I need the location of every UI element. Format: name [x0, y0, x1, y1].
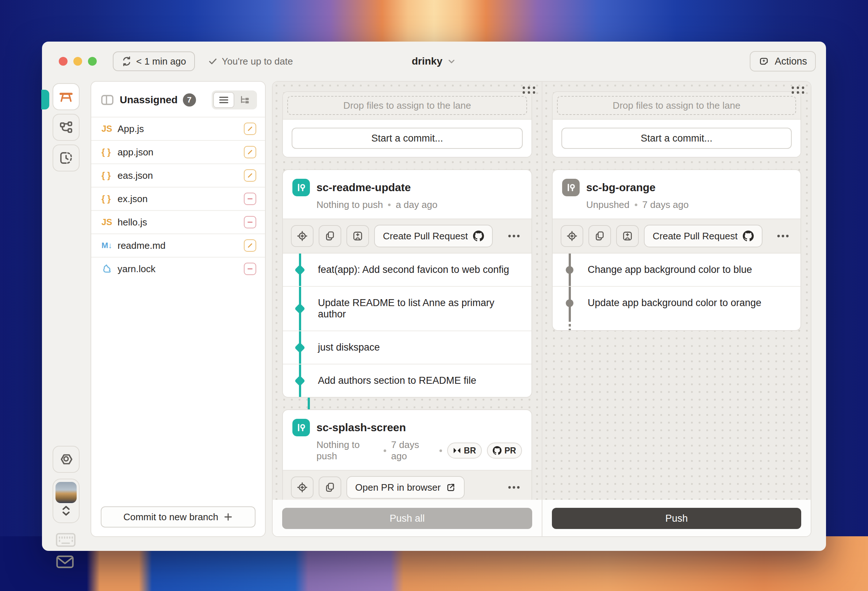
branch-header[interactable]: sc-readme-update Nothing to push a day a… — [283, 170, 531, 218]
br-badge-label: BR — [464, 446, 476, 455]
branch-connector-line — [308, 398, 310, 409]
commit-marker — [566, 266, 573, 274]
branch-menu-button[interactable] — [505, 482, 523, 492]
lane-drag-handle[interactable] — [521, 85, 537, 95]
gear-icon — [59, 452, 73, 467]
assign-target-button[interactable] — [561, 225, 583, 247]
lane-2-drop-card: Drop files to assign to the lane Start a… — [552, 91, 801, 158]
file-name: app.json — [118, 147, 153, 158]
traffic-lights — [59, 57, 97, 66]
left-rail — [42, 81, 90, 551]
unassigned-panel: Unassigned 7 — [90, 81, 266, 537]
copy-branch-button[interactable] — [319, 476, 341, 498]
commit-to-new-branch-button[interactable]: Commit to new branch — [101, 506, 255, 528]
commit-row[interactable]: Update README to list Anne as primary au… — [283, 286, 531, 330]
commit-list: feat(app): Add second favicon to web con… — [283, 253, 531, 397]
settings-button[interactable] — [53, 446, 80, 473]
workspace-tab[interactable] — [53, 83, 80, 110]
copy-branch-button[interactable] — [319, 225, 341, 247]
push-status: Nothing to push — [316, 439, 378, 462]
modified-status-icon — [244, 146, 256, 158]
open-pr-in-browser-button[interactable]: Open PR in browser — [346, 476, 465, 499]
branch-name: sc-bg-orange — [586, 179, 689, 196]
virtual-branch-icon — [562, 179, 580, 196]
drop-zone[interactable]: Drop files to assign to the lane — [557, 96, 796, 115]
branch-name: sc-splash-screen — [316, 419, 522, 436]
commit-message: feat(app): Add second favicon to web con… — [318, 264, 509, 275]
lane-2-footer: Push — [542, 500, 811, 536]
sync-button[interactable]: < 1 min ago — [113, 52, 195, 71]
branch-menu-button[interactable] — [505, 231, 523, 241]
actions-button[interactable]: Actions — [750, 51, 816, 72]
create-pr-label: Create Pull Request — [652, 231, 738, 242]
plus-icon — [223, 512, 233, 522]
lanes-container: Drop files to assign to the lane Start a… — [272, 81, 812, 537]
check-icon — [208, 56, 217, 66]
file-row-readme-md[interactable]: M↓ readme.md — [91, 233, 265, 257]
file-row-app-json[interactable]: { } app.json — [91, 140, 265, 164]
json-file-icon: { } — [102, 194, 118, 204]
modified-status-icon — [244, 122, 256, 135]
branch-card-sc-splash-screen: sc-splash-screen Nothing to push 7 days … — [282, 409, 532, 500]
commit-row[interactable]: Change app background color to blue — [553, 253, 800, 286]
branches-tab[interactable] — [53, 114, 80, 141]
lane-2-content: Drop files to assign to the lane Start a… — [542, 82, 811, 500]
external-link-icon — [446, 482, 456, 492]
modified-status-icon — [244, 239, 256, 252]
branch-actions: Create Pull Request — [553, 218, 800, 253]
tree-view-toggle[interactable] — [234, 92, 255, 108]
branch-badge-pr[interactable]: PR — [487, 442, 522, 458]
copy-branch-button[interactable] — [588, 225, 611, 247]
lane-drag-handle[interactable] — [790, 85, 806, 95]
assign-target-button[interactable] — [291, 476, 313, 498]
start-commit-button[interactable]: Start a commit... — [292, 128, 523, 149]
up-to-date-label: You're up to date — [222, 56, 293, 67]
commit-message: Change app background color to blue — [588, 264, 752, 275]
add-dependent-branch-button[interactable] — [346, 225, 369, 247]
actions-label: Actions — [775, 56, 807, 67]
branch-badge-br[interactable]: BR — [447, 442, 482, 458]
profile-switcher[interactable] — [53, 479, 80, 523]
lane-1-footer: Push all — [273, 500, 542, 536]
feedback-button[interactable] — [56, 554, 74, 570]
commit-row[interactable]: just diskspace — [283, 330, 531, 364]
workbench-icon — [58, 89, 74, 104]
deleted-status-icon — [244, 193, 256, 205]
keyboard-icon — [56, 533, 76, 547]
branch-menu-button[interactable] — [774, 231, 793, 241]
commit-row[interactable]: feat(app): Add second favicon to web con… — [283, 253, 531, 286]
separator-dot — [440, 450, 442, 452]
commit-message: just diskspace — [318, 342, 380, 353]
commit-row[interactable]: Add authors section to README file — [283, 364, 531, 397]
project-switcher[interactable]: drinky — [412, 56, 456, 67]
file-row-hello-js[interactable]: JS hello.js — [91, 210, 265, 233]
history-tab[interactable] — [53, 144, 80, 171]
push-status: Nothing to push — [316, 199, 383, 211]
list-view-toggle[interactable] — [213, 92, 234, 108]
desktop-wallpaper: < 1 min ago You're up to date drinky — [0, 0, 868, 591]
commit-message: Update README to list Anne as primary au… — [318, 297, 494, 320]
push-all-button[interactable]: Push all — [282, 508, 532, 529]
push-button[interactable]: Push — [552, 508, 801, 529]
drawer-handle-tab[interactable] — [41, 90, 49, 109]
file-row-yarn-lock[interactable]: yarn.lock — [91, 257, 265, 280]
commit-row[interactable]: Update app background color to orange — [553, 286, 800, 319]
file-row-ex-json[interactable]: { } ex.json — [91, 187, 265, 210]
assign-target-button[interactable] — [291, 225, 313, 247]
drop-zone[interactable]: Drop files to assign to the lane — [287, 96, 527, 115]
file-row-eas-json[interactable]: { } eas.json — [91, 164, 265, 187]
start-commit-button[interactable]: Start a commit... — [561, 128, 792, 149]
file-row-app-js[interactable]: JS App.js — [91, 117, 265, 140]
branch-header[interactable]: sc-splash-screen Nothing to push 7 days … — [283, 410, 531, 470]
minimize-button[interactable] — [73, 57, 82, 66]
commit-message: Update app background color to orange — [588, 297, 762, 308]
close-button[interactable] — [59, 57, 68, 66]
keyboard-shortcuts-button[interactable] — [56, 533, 76, 547]
zoom-button[interactable] — [88, 57, 97, 66]
create-pull-request-button[interactable]: Create Pull Request — [644, 225, 763, 248]
create-pull-request-button[interactable]: Create Pull Request — [374, 225, 493, 248]
last-updated: a day ago — [396, 199, 437, 211]
branch-header[interactable]: sc-bg-orange Unpushed 7 days ago — [553, 170, 800, 218]
add-dependent-branch-button[interactable] — [616, 225, 639, 247]
unassigned-header: Unassigned 7 — [91, 82, 265, 117]
